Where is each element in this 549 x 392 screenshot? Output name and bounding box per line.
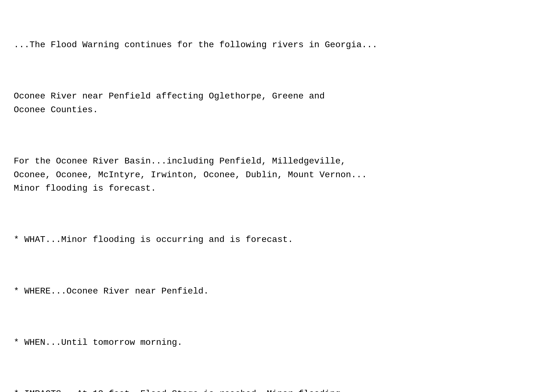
flood-warning-content: ...The Flood Warning continues for the f… [14, 11, 535, 392]
when-line: * WHEN...Until tomorrow morning. [14, 336, 535, 349]
basin-line: For the Oconee River Basin...including P… [14, 154, 535, 195]
impacts-line: * IMPACTS...At 13 feet, Flood Stage is r… [14, 387, 535, 392]
where-line: * WHERE...Oconee River near Penfield. [14, 284, 535, 298]
what-line: * WHAT...Minor flooding is occurring and… [14, 233, 535, 247]
location-line: Oconee River near Penfield affecting Ogl… [14, 89, 535, 117]
intro-line: ...The Flood Warning continues for the f… [14, 38, 535, 52]
